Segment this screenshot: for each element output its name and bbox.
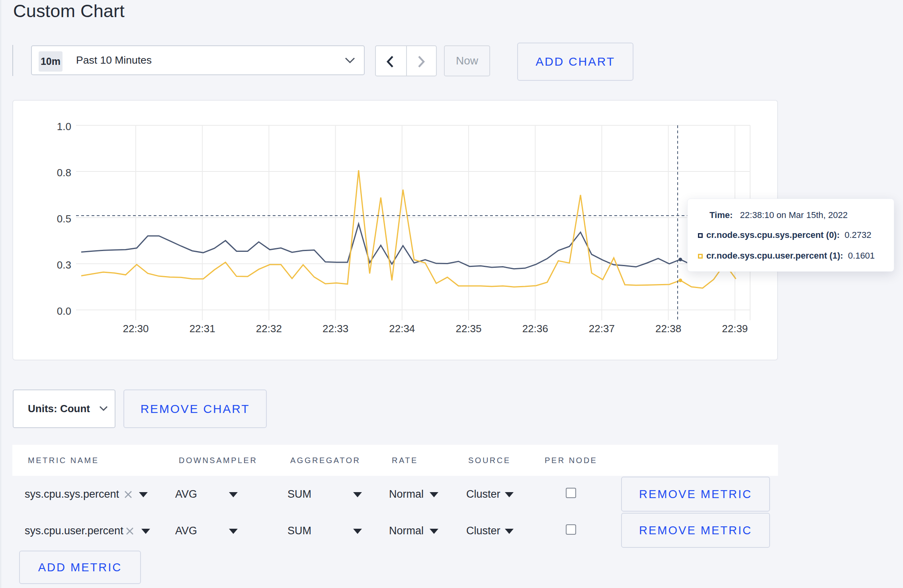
svg-text:22:31: 22:31 <box>190 323 215 335</box>
svg-text:0.0: 0.0 <box>57 305 71 317</box>
svg-text:22:35: 22:35 <box>455 323 481 335</box>
svg-text:22:34: 22:34 <box>389 323 415 335</box>
svg-text:0.5: 0.5 <box>57 213 71 225</box>
svg-text:1.0: 1.0 <box>57 121 71 132</box>
svg-text:22:38: 22:38 <box>655 323 681 335</box>
svg-text:22:36: 22:36 <box>522 323 548 335</box>
svg-text:22:30: 22:30 <box>123 323 149 335</box>
svg-text:0.3: 0.3 <box>57 259 71 271</box>
svg-text:22:39: 22:39 <box>722 323 748 335</box>
svg-text:22:32: 22:32 <box>256 323 282 335</box>
svg-text:0.8: 0.8 <box>57 167 71 179</box>
svg-text:22:33: 22:33 <box>322 323 348 335</box>
svg-text:22:37: 22:37 <box>589 323 615 335</box>
